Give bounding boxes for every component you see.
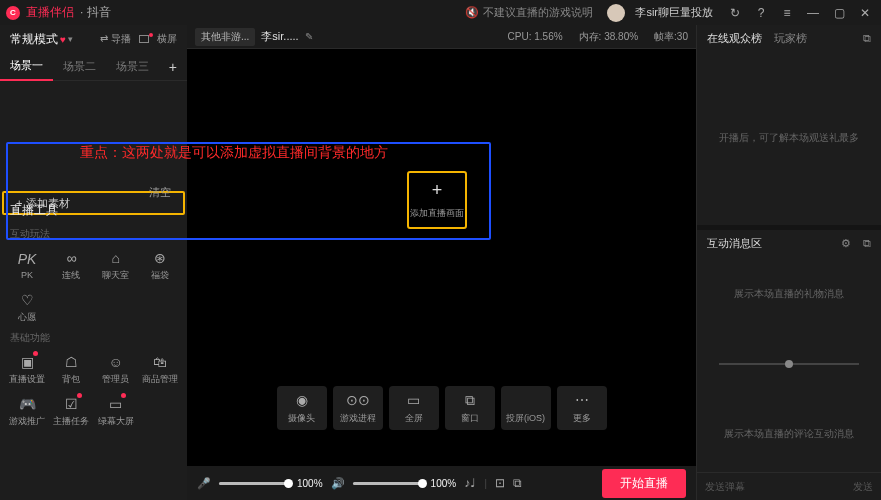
gift-hint: 展示本场直播的礼物消息 <box>734 287 844 301</box>
live-tools-heading: 直播工具 <box>0 196 187 225</box>
refresh-icon[interactable]: ↻ <box>725 6 745 20</box>
minimize-icon[interactable]: — <box>803 6 823 20</box>
equalizer-icon[interactable]: ♪♩ <box>464 476 476 490</box>
mic-slider[interactable] <box>219 482 289 485</box>
help-icon[interactable]: ? <box>751 6 771 20</box>
popout-icon-2[interactable]: ⧉ <box>863 237 871 250</box>
tool-link[interactable]: ∞连线 <box>50 245 92 285</box>
username[interactable]: 李sir聊巨量投放 <box>635 5 713 20</box>
tools-grid-1: PKPK ∞连线 ⌂聊天室 ⊛福袋 ♡心愿 <box>0 243 187 329</box>
stage: + 添加直播画面 ◉摄像头 ⊙⊙游戏进程 ▭全屏 ⧉窗口 投屏(iOS) ⋯更多… <box>187 49 696 500</box>
scene-tab-2[interactable]: 场景二 <box>53 53 106 81</box>
guide-link[interactable]: ⇄ 导播 <box>100 32 131 46</box>
tool-backpack[interactable]: ☖背包 <box>50 349 92 389</box>
scene-add[interactable]: + <box>169 59 177 75</box>
tool-bag[interactable]: ⊛福袋 <box>139 245 181 285</box>
tool-chat[interactable]: ⌂聊天室 <box>95 245 137 285</box>
game-note[interactable]: 🔇 不建议直播的游戏说明 <box>465 5 593 20</box>
scene-tabs: 场景一 场景二 场景三 + <box>0 53 187 81</box>
avatar[interactable] <box>607 4 625 22</box>
mode-row: 常规模式 ♥ ▾ ⇄ 导播 横屏 <box>0 25 187 53</box>
rp-split-slider[interactable] <box>719 363 859 365</box>
tool-admin[interactable]: ☺管理员 <box>95 349 137 389</box>
edit-icon[interactable]: ✎ <box>305 31 313 42</box>
speaker-icon[interactable]: 🔊 <box>331 477 345 490</box>
source-row: ◉摄像头 ⊙⊙游戏进程 ▭全屏 ⧉窗口 投屏(iOS) ⋯更多 <box>187 386 696 430</box>
stat-fps: 帧率:30 <box>654 30 688 44</box>
tool-settings[interactable]: ▣直播设置 <box>6 349 48 389</box>
center-area: 其他非游... 李sir..... ✎ CPU: 1.56% 内存: 38.80… <box>187 25 696 500</box>
maximize-icon[interactable]: ▢ <box>829 6 849 20</box>
heart-icon: ♥ <box>60 34 66 45</box>
tool-wish[interactable]: ♡心愿 <box>6 287 48 327</box>
tool-green[interactable]: ▭绿幕大屏 <box>95 391 137 431</box>
bottombar: 🎤 100% 🔊 100% ♪♩ | ⊡ ⧉ 开始直播 <box>187 466 696 500</box>
player-tab[interactable]: 玩家榜 <box>774 31 807 46</box>
src-fullscreen[interactable]: ▭全屏 <box>389 386 439 430</box>
mode-label[interactable]: 常规模式 <box>10 31 58 48</box>
src-game[interactable]: ⊙⊙游戏进程 <box>333 386 383 430</box>
menu-icon[interactable]: ≡ <box>777 6 797 20</box>
src-window[interactable]: ⧉窗口 <box>445 386 495 430</box>
scene-tab-3[interactable]: 场景三 <box>106 53 159 81</box>
record-icon[interactable]: ⊡ <box>495 476 505 490</box>
tools-grid-2: ▣直播设置 ☖背包 ☺管理员 🛍商品管理 🎮游戏推广 ☑主播任务 ▭绿幕大屏 <box>0 347 187 433</box>
popout-icon[interactable]: ⧉ <box>863 32 871 45</box>
interact-title: 互动消息区 <box>707 236 762 251</box>
speaker-icon: 🔇 <box>465 6 479 19</box>
mic-pct: 100% <box>297 478 323 489</box>
stat-mem: 内存: 38.80% <box>579 30 638 44</box>
titlebar: C 直播伴侣 · 抖音 🔇 不建议直播的游戏说明 李sir聊巨量投放 ↻ ? ≡… <box>0 0 881 25</box>
rank-placeholder: 开播后，可了解本场观送礼最多 <box>719 131 859 145</box>
right-panel: 在线观众榜 玩家榜 ⧉ 开播后，可了解本场观送礼最多 互动消息区 ⚙ ⧉ <box>696 25 881 500</box>
info-row: 其他非游... 李sir..... ✎ CPU: 1.56% 内存: 38.80… <box>187 25 696 49</box>
interact-head: 互动消息区 ⚙ ⧉ <box>697 230 881 256</box>
src-ios[interactable]: 投屏(iOS) <box>501 386 551 430</box>
orientation-toggle[interactable]: 横屏 <box>139 32 177 46</box>
danmaku-input[interactable]: 发送弹幕 发送 <box>697 472 881 500</box>
nickname: 李sir..... <box>261 29 298 44</box>
app-sub: · 抖音 <box>80 4 111 21</box>
app-brand: 直播伴侣 <box>26 4 74 21</box>
add-scene-button[interactable]: + 添加直播画面 <box>407 171 467 229</box>
spk-slider[interactable] <box>353 482 423 485</box>
mic-icon[interactable]: 🎤 <box>197 477 211 490</box>
plus-icon: + <box>432 180 443 201</box>
close-icon[interactable]: ✕ <box>855 6 875 20</box>
tool-pk[interactable]: PKPK <box>6 245 48 285</box>
tool-task[interactable]: ☑主播任务 <box>50 391 92 431</box>
app-logo: C <box>6 6 20 20</box>
start-live-button[interactable]: 开始直播 <box>602 469 686 498</box>
snapshot-icon[interactable]: ⧉ <box>513 476 522 490</box>
tool-promo[interactable]: 🎮游戏推广 <box>6 391 48 431</box>
scene-tab-1[interactable]: 场景一 <box>0 53 53 81</box>
tool-goods[interactable]: 🛍商品管理 <box>139 349 181 389</box>
rank-tab[interactable]: 在线观众榜 <box>707 31 762 46</box>
gear-icon[interactable]: ⚙ <box>841 237 851 250</box>
stat-cpu: CPU: 1.56% <box>508 31 563 42</box>
src-camera[interactable]: ◉摄像头 <box>277 386 327 430</box>
send-button[interactable]: 发送 <box>853 480 873 494</box>
category-chip[interactable]: 其他非游... <box>195 28 255 46</box>
spk-pct: 100% <box>431 478 457 489</box>
sidebar: 常规模式 ♥ ▾ ⇄ 导播 横屏 场景一 场景二 场景三 + + 添加素材 <box>0 25 187 500</box>
rank-head: 在线观众榜 玩家榜 ⧉ <box>697 25 881 51</box>
comment-hint: 展示本场直播的评论互动消息 <box>724 427 854 441</box>
basic-heading: 基础功能 <box>0 329 187 347</box>
src-more[interactable]: ⋯更多 <box>557 386 607 430</box>
methods-heading: 互动玩法 <box>0 225 187 243</box>
chevron-down-icon[interactable]: ▾ <box>68 34 73 44</box>
